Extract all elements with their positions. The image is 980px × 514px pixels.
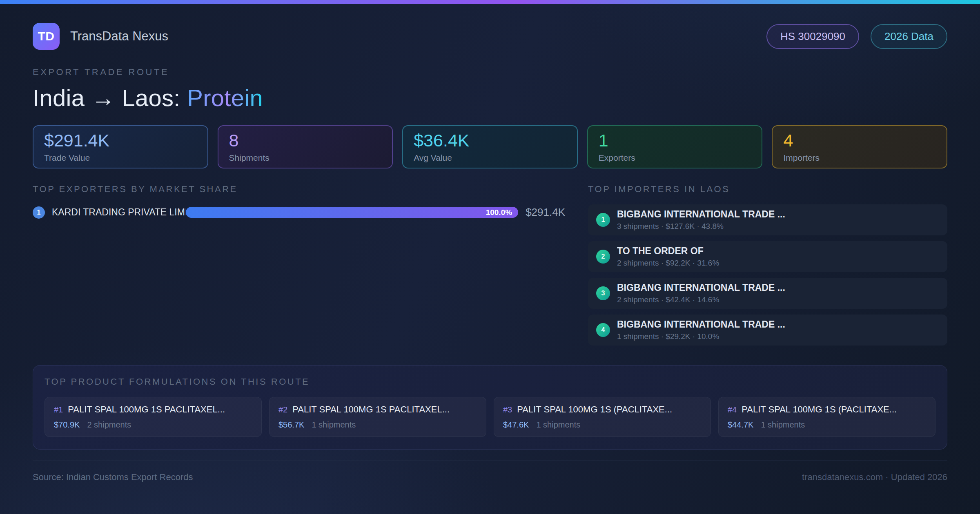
exporter-row: 1 KARDI TRADING PRIVATE LIMI... 100.0% $… (33, 206, 565, 219)
page-container: TD TransData Nexus HS 30029090 2026 Data… (0, 23, 980, 483)
page-title: India → Laos: Protein (33, 84, 947, 111)
market-share-bar: 100.0% (186, 207, 518, 218)
page-title-route: India → Laos: (33, 84, 187, 111)
importers-heading: TOP IMPORTERS IN LAOS (588, 184, 947, 195)
market-share-percent: 100.0% (486, 208, 512, 217)
page-title-product: Protein (187, 84, 263, 111)
stat-label: Importers (783, 153, 936, 163)
product-value: $47.6K (503, 420, 529, 430)
exporter-trade-value: $291.4K (526, 206, 565, 219)
product-title-line: #4 PALIT SPAL 100MG 1S (PACLITAXE... (728, 404, 926, 415)
product-stats-line: $56.7K 1 shipments (278, 420, 477, 430)
importer-row[interactable]: 4 BIGBANG INTERNATIONAL TRADE ... 1 ship… (588, 315, 947, 346)
rank-badge: 1 (33, 206, 45, 219)
product-shipments: 1 shipments (312, 420, 356, 430)
importer-info: TO THE ORDER OF 2 shipments · $92.2K · 3… (617, 246, 719, 268)
footer-site-updated: transdatanexus.com · Updated 2026 (802, 472, 947, 483)
stat-value: $291.4K (44, 131, 197, 150)
product-name: PALIT SPAL 100MG 1S (PACLITAXE... (517, 404, 672, 415)
stat-value: 1 (599, 131, 751, 150)
importer-meta: 2 shipments · $42.4K · 14.6% (617, 295, 785, 304)
importers-section: TOP IMPORTERS IN LAOS 1 BIGBANG INTERNAT… (588, 184, 947, 346)
stat-card-trade-value: $291.4K Trade Value (33, 125, 208, 168)
stat-label: Trade Value (44, 153, 197, 163)
importer-row[interactable]: 2 TO THE ORDER OF 2 shipments · $92.2K ·… (588, 241, 947, 272)
top-accent-gradient-bar (0, 0, 980, 4)
product-shipments: 2 shipments (87, 420, 131, 430)
importers-list: 1 BIGBANG INTERNATIONAL TRADE ... 3 ship… (588, 204, 947, 346)
product-title-line: #3 PALIT SPAL 100MG 1S (PACLITAXE... (503, 404, 702, 415)
rank-badge: 3 (596, 286, 610, 300)
exporters-heading: TOP EXPORTERS BY MARKET SHARE (33, 184, 565, 195)
stat-label: Avg Value (414, 153, 566, 163)
product-card[interactable]: #4 PALIT SPAL 100MG 1S (PACLITAXE... $44… (718, 397, 935, 437)
market-share-bar-fill: 100.0% (186, 207, 518, 218)
product-shipments: 1 shipments (536, 420, 580, 430)
header-badges: HS 30029090 2026 Data (766, 24, 947, 49)
stat-card-avg-value: $36.4K Avg Value (402, 125, 578, 168)
product-card[interactable]: #1 PALIT SPAL 100MG 1S PACLITAXEL... $70… (45, 397, 262, 437)
product-name: PALIT SPAL 100MG 1S PACLITAXEL... (68, 404, 225, 415)
importer-meta: 3 shipments · $127.6K · 43.8% (617, 222, 785, 231)
section-eyebrow: EXPORT TRADE ROUTE (33, 67, 947, 78)
product-stats-line: $70.9K 2 shipments (54, 420, 252, 430)
importer-meta: 2 shipments · $92.2K · 31.6% (617, 259, 719, 268)
app-name: TransData Nexus (70, 29, 168, 44)
data-year-badge[interactable]: 2026 Data (871, 24, 947, 49)
product-value: $56.7K (278, 420, 304, 430)
footer-source: Source: Indian Customs Export Records (33, 472, 193, 483)
product-rank: #3 (503, 405, 512, 414)
importer-name: BIGBANG INTERNATIONAL TRADE ... (617, 282, 785, 293)
hs-code-badge[interactable]: HS 30029090 (766, 24, 859, 49)
stat-card-exporters: 1 Exporters (587, 125, 763, 168)
product-name: PALIT SPAL 100MG 1S (PACLITAXE... (742, 404, 897, 415)
product-stats-line: $47.6K 1 shipments (503, 420, 702, 430)
exporter-name: KARDI TRADING PRIVATE LIMI... (52, 207, 186, 218)
product-shipments: 1 shipments (761, 420, 805, 430)
products-list: #1 PALIT SPAL 100MG 1S PACLITAXEL... $70… (45, 397, 935, 437)
product-rank: #2 (278, 405, 287, 414)
stat-value: 8 (229, 131, 382, 150)
importer-row[interactable]: 3 BIGBANG INTERNATIONAL TRADE ... 2 ship… (588, 278, 947, 309)
importer-meta: 1 shipments · $29.2K · 10.0% (617, 332, 785, 341)
importer-info: BIGBANG INTERNATIONAL TRADE ... 3 shipme… (617, 209, 785, 231)
importer-name: TO THE ORDER OF (617, 246, 719, 257)
importer-name: BIGBANG INTERNATIONAL TRADE ... (617, 319, 785, 330)
exporters-section: TOP EXPORTERS BY MARKET SHARE 1 KARDI TR… (33, 184, 565, 346)
content-columns: TOP EXPORTERS BY MARKET SHARE 1 KARDI TR… (33, 184, 947, 346)
importer-name: BIGBANG INTERNATIONAL TRADE ... (617, 209, 785, 220)
products-panel: TOP PRODUCT FORMULATIONS ON THIS ROUTE #… (33, 365, 947, 450)
stat-value: $36.4K (414, 131, 566, 150)
stat-value: 4 (783, 131, 936, 150)
stats-row: $291.4K Trade Value 8 Shipments $36.4K A… (33, 125, 947, 168)
stat-card-shipments: 8 Shipments (218, 125, 393, 168)
product-title-line: #1 PALIT SPAL 100MG 1S PACLITAXEL... (54, 404, 252, 415)
stat-label: Exporters (599, 153, 751, 163)
product-value: $44.7K (728, 420, 753, 430)
importer-info: BIGBANG INTERNATIONAL TRADE ... 2 shipme… (617, 282, 785, 304)
stat-card-importers: 4 Importers (772, 125, 947, 168)
rank-badge: 1 (596, 213, 610, 227)
product-rank: #1 (54, 405, 63, 414)
product-value: $70.9K (54, 420, 80, 430)
importer-row[interactable]: 1 BIGBANG INTERNATIONAL TRADE ... 3 ship… (588, 204, 947, 235)
app-logo-icon: TD (33, 23, 60, 50)
product-card[interactable]: #3 PALIT SPAL 100MG 1S (PACLITAXE... $47… (494, 397, 711, 437)
product-rank: #4 (728, 405, 737, 414)
product-card[interactable]: #2 PALIT SPAL 100MG 1S PACLITAXEL... $56… (269, 397, 486, 437)
footer: Source: Indian Customs Export Records tr… (33, 461, 947, 483)
products-heading: TOP PRODUCT FORMULATIONS ON THIS ROUTE (45, 377, 935, 387)
importer-info: BIGBANG INTERNATIONAL TRADE ... 1 shipme… (617, 319, 785, 341)
brand: TD TransData Nexus (33, 23, 168, 50)
product-stats-line: $44.7K 1 shipments (728, 420, 926, 430)
stat-label: Shipments (229, 153, 382, 163)
rank-badge: 2 (596, 250, 610, 264)
product-title-line: #2 PALIT SPAL 100MG 1S PACLITAXEL... (278, 404, 477, 415)
product-name: PALIT SPAL 100MG 1S PACLITAXEL... (292, 404, 450, 415)
rank-badge: 4 (596, 323, 610, 337)
header: TD TransData Nexus HS 30029090 2026 Data (33, 23, 947, 50)
